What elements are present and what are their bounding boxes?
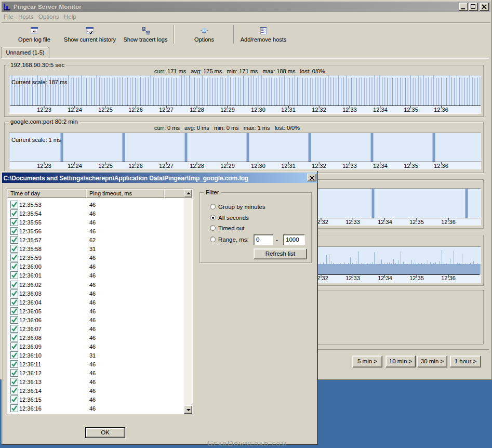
svg-text:12:25: 12:25 — [98, 107, 113, 113]
svg-text:12:36: 12:36 — [434, 107, 448, 113]
svg-text:12:27: 12:27 — [159, 107, 174, 113]
svg-text:12:33: 12:33 — [342, 107, 357, 113]
svg-text:12:36: 12:36 — [434, 163, 448, 169]
svg-text:12:33: 12:33 — [345, 275, 360, 281]
svg-text:12:26: 12:26 — [128, 107, 143, 113]
svg-text:12:26: 12:26 — [128, 163, 143, 169]
svg-text:12:30: 12:30 — [251, 163, 265, 169]
svg-text:12:36: 12:36 — [441, 219, 456, 225]
svg-text:12:25: 12:25 — [98, 163, 113, 169]
svg-text:12:35: 12:35 — [409, 275, 424, 281]
svg-text:12:28: 12:28 — [190, 107, 204, 113]
svg-text:12:27: 12:27 — [159, 163, 174, 169]
svg-text:12:29: 12:29 — [220, 163, 235, 169]
svg-text:12:23: 12:23 — [37, 107, 51, 113]
svg-text:12:31: 12:31 — [281, 163, 296, 169]
svg-text:12:33: 12:33 — [342, 163, 357, 169]
svg-text:12:31: 12:31 — [281, 107, 296, 113]
svg-text:12:32: 12:32 — [312, 163, 326, 169]
svg-text:12:24: 12:24 — [68, 163, 82, 169]
svg-text:12:36: 12:36 — [441, 275, 456, 281]
svg-text:12:34: 12:34 — [378, 219, 392, 225]
svg-text:12:35: 12:35 — [404, 163, 418, 169]
svg-text:12:34: 12:34 — [373, 107, 388, 113]
svg-text:12:29: 12:29 — [220, 107, 235, 113]
svg-text:12:23: 12:23 — [37, 163, 51, 169]
svg-text:12:34: 12:34 — [378, 275, 392, 281]
svg-text:12:34: 12:34 — [373, 163, 388, 169]
svg-text:12:24: 12:24 — [68, 107, 82, 113]
svg-text:12:28: 12:28 — [190, 163, 204, 169]
svg-text:12:35: 12:35 — [409, 219, 424, 225]
svg-text:12:33: 12:33 — [345, 219, 360, 225]
svg-text:12:32: 12:32 — [312, 107, 326, 113]
svg-text:12:30: 12:30 — [251, 107, 265, 113]
svg-text:12:35: 12:35 — [404, 107, 418, 113]
